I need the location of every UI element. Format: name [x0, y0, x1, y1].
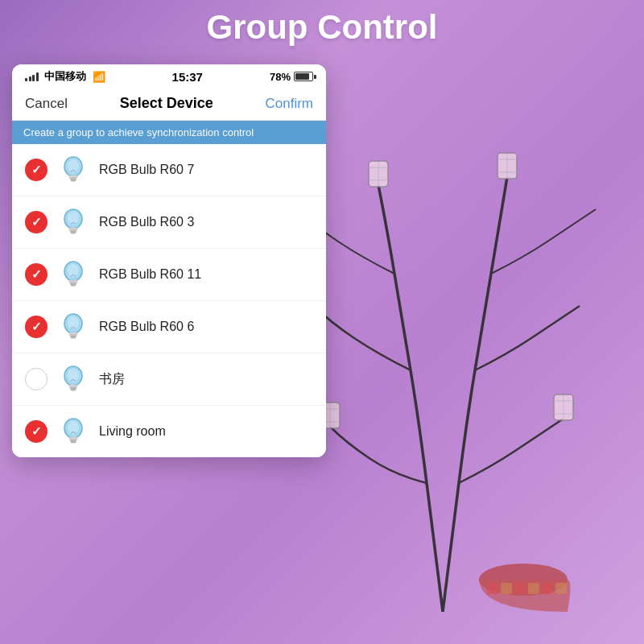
cancel-button[interactable]: Cancel — [25, 96, 68, 112]
phone-mockup: 中国移动 📶 15:37 78% Cancel Select Device Co… — [12, 64, 326, 457]
svg-rect-25 — [542, 583, 553, 594]
device-name-label: Living room — [99, 424, 313, 439]
device-check-circle[interactable] — [25, 211, 47, 233]
svg-rect-21 — [487, 583, 498, 594]
battery-percent: 78% — [270, 71, 291, 83]
bulb-icon — [57, 415, 89, 448]
svg-rect-31 — [71, 180, 76, 182]
status-time: 15:37 — [172, 70, 203, 84]
svg-rect-9 — [497, 153, 517, 179]
svg-rect-24 — [528, 583, 539, 594]
nav-title: Select Device — [120, 95, 213, 112]
nav-bar: Cancel Select Device Confirm — [12, 89, 326, 121]
device-list: RGB Bulb R60 7 RGB Bulb R60 3 RGB Bulb R… — [12, 144, 326, 457]
device-row[interactable]: 书房 — [12, 353, 326, 406]
device-row[interactable]: RGB Bulb R60 7 — [12, 144, 326, 196]
svg-rect-56 — [71, 441, 76, 444]
bulb-icon — [57, 258, 89, 291]
status-left: 中国移动 📶 — [25, 69, 105, 84]
info-text: Create a group to achieve synchronizatio… — [23, 126, 254, 138]
svg-rect-1 — [369, 161, 388, 187]
device-check-circle[interactable] — [25, 263, 47, 286]
device-row[interactable]: Living room — [12, 406, 326, 457]
svg-rect-41 — [71, 284, 76, 287]
signal-bars-icon — [25, 72, 39, 81]
device-row[interactable]: RGB Bulb R60 3 — [12, 196, 326, 249]
info-banner: Create a group to achieve synchronizatio… — [12, 121, 326, 144]
device-name-label: RGB Bulb R60 3 — [99, 215, 313, 229]
status-right: 78% — [270, 71, 313, 83]
svg-rect-13 — [554, 394, 573, 420]
device-name-label: RGB Bulb R60 7 — [99, 163, 313, 177]
confirm-button[interactable]: Confirm — [265, 96, 313, 112]
svg-rect-26 — [555, 583, 567, 594]
bulb-icon — [57, 154, 89, 186]
svg-rect-23 — [514, 583, 526, 594]
device-name-label: 书房 — [99, 371, 313, 388]
device-check-circle[interactable] — [25, 159, 47, 181]
svg-rect-36 — [71, 232, 76, 234]
battery-icon — [294, 72, 313, 81]
device-check-circle[interactable] — [25, 368, 47, 390]
device-check-circle[interactable] — [25, 316, 47, 338]
device-row[interactable]: RGB Bulb R60 6 — [12, 301, 326, 353]
page-title: Group Control — [0, 8, 644, 47]
svg-rect-22 — [501, 583, 512, 594]
svg-rect-51 — [71, 389, 76, 391]
wifi-icon: 📶 — [93, 71, 105, 83]
device-row[interactable]: RGB Bulb R60 11 — [12, 249, 326, 301]
device-name-label: RGB Bulb R60 11 — [99, 267, 313, 282]
svg-rect-46 — [71, 336, 76, 339]
bulb-icon — [57, 363, 89, 395]
device-name-label: RGB Bulb R60 6 — [99, 320, 313, 334]
carrier-label: 中国移动 — [44, 69, 86, 84]
bulb-icon — [57, 206, 89, 238]
wall-art — [282, 64, 604, 615]
status-bar: 中国移动 📶 15:37 78% — [12, 64, 326, 89]
bulb-icon — [57, 311, 89, 343]
device-check-circle[interactable] — [25, 420, 47, 443]
